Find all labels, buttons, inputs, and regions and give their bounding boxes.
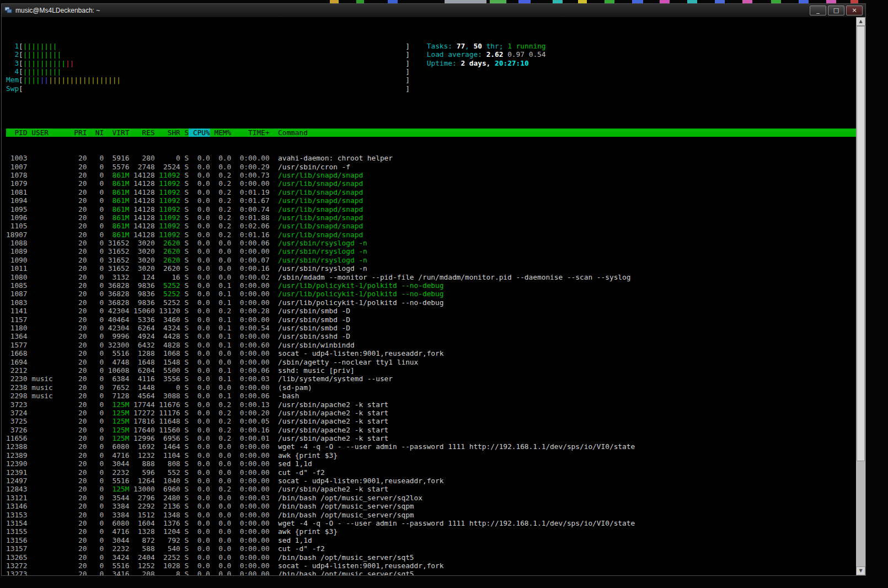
column-header-virt[interactable]: VIRT — [104, 129, 129, 137]
column-header-shr[interactable]: SHR — [155, 129, 180, 137]
desktop: music@Ms4LDeckenbach: ~ _ □ × 1[||||||||… — [0, 0, 888, 588]
process-row-12497[interactable]: 12497200551612641040S0.00.00:00.00socat … — [6, 477, 856, 485]
column-header-time[interactable]: TIME+ — [231, 129, 269, 137]
htop-header-area: 1[||||||||]2[|||||||||]3[||||||||||||]4[… — [6, 42, 856, 93]
meters: 1[||||||||]2[|||||||||]3[||||||||||||]4[… — [6, 42, 410, 93]
process-row-1694[interactable]: 1694200474816481548S0.00.00:00.00/sbin/a… — [6, 358, 856, 366]
column-header-pri[interactable]: PRI — [70, 129, 87, 137]
process-row-1081[interactable]: 1081200861M1412811092S0.00.20:01.19/usr/… — [6, 188, 856, 196]
scrollbar-up-icon[interactable]: ▲ — [856, 17, 865, 26]
process-row-1668[interactable]: 1668200551612881068S0.00.00:00.00socat -… — [6, 349, 856, 357]
uptime: Uptime: 2 days, 20:27:10 — [427, 59, 546, 67]
process-row-1141[interactable]: 1141200423041506013120S0.00.20:00.28/usr… — [6, 307, 856, 315]
process-row-13153[interactable]: 13153200338415121348S0.00.00:00.00/bin/b… — [6, 511, 856, 519]
process-row-1180[interactable]: 11802004230462644324S0.00.10:00.54/usr/s… — [6, 324, 856, 332]
process-row-2230[interactable]: 2230music200638441163556S0.00.10:00.03/l… — [6, 375, 856, 383]
process-row-1089[interactable]: 10892003165230202620S0.00.00:00.00/usr/s… — [6, 247, 856, 255]
process-row-12388[interactable]: 12388200608016921464S0.00.00:00.00wget -… — [6, 442, 856, 451]
process-row-13121[interactable]: 13121200354427962480S0.00.00:00.03/bin/b… — [6, 494, 856, 502]
process-row-3724[interactable]: 3724200125M1727211176S0.00.20:00.20/usr/… — [6, 409, 856, 417]
process-row-12391[interactable]: 123912002232596552S0.00.00:00.00cut -d" … — [6, 468, 856, 477]
cpu-meter-3: 3[||||||||||||] — [6, 59, 410, 67]
column-header-ni[interactable]: NI — [87, 129, 104, 137]
close-button[interactable]: × — [846, 6, 863, 15]
process-row-1094[interactable]: 1094200861M1412811092S0.00.20:01.67/usr/… — [6, 196, 856, 205]
process-table-body: 100320059162800S0.00.00:00.00avahi-daemo… — [6, 154, 856, 575]
process-row-1088[interactable]: 10882003165230202620S0.00.00:00.06/usr/s… — [6, 239, 856, 247]
process-row-13273[interactable]: 1327320034162088S0.00.00:00.00/bin/bash … — [6, 570, 856, 575]
process-row-2238[interactable]: 2238music200765214480S0.00.00:00.00(sd-p… — [6, 383, 856, 392]
column-header-pid[interactable]: PID — [6, 129, 28, 137]
process-row-13272[interactable]: 13272200551612521028S0.00.00:00.00socat … — [6, 562, 856, 570]
swp-meter: Swp[] — [6, 84, 410, 93]
process-row-2212[interactable]: 22122001060862045500S0.00.10:00.06sshd: … — [6, 366, 856, 375]
process-row-1078[interactable]: 1078200861M1412811092S0.00.20:00.73/usr/… — [6, 171, 856, 179]
scrollbar-thumb[interactable] — [857, 26, 865, 461]
process-row-1079[interactable]: 1079200861M1412811092S0.00.20:00.00/usr/… — [6, 179, 856, 188]
putty-icon — [4, 7, 12, 14]
column-header-cpu[interactable]: CPU% — [189, 129, 210, 137]
process-row-1096[interactable]: 1096200861M1412811092S0.00.20:01.88/usr/… — [6, 213, 856, 222]
column-header-user[interactable]: USER — [28, 129, 70, 137]
process-row-1011[interactable]: 10112003165230202620S0.00.00:00.16/usr/s… — [6, 264, 856, 272]
mem-meter: Mem[|||||||||||||||||||||||] — [6, 76, 410, 84]
process-row-13156[interactable]: 131562003044872792S0.00.00:00.00sed 1,1d — [6, 536, 856, 544]
process-row-1083[interactable]: 10832003682898365252S0.00.10:00.00/usr/l… — [6, 298, 856, 307]
load-average: Load average: 2.62 0.97 0.54 — [427, 50, 546, 58]
process-row-1087[interactable]: 10872003682898365252S0.00.10:00.00/usr/l… — [6, 290, 856, 298]
process-row-13157[interactable]: 131572002232588540S0.00.00:00.00cut -d" … — [6, 544, 856, 553]
summary: Tasks: 77, 50 thr; 1 runningLoad average… — [427, 42, 546, 93]
process-row-1577[interactable]: 15772003230064324828S0.00.10:00.60/usr/s… — [6, 341, 856, 349]
window-title: music@Ms4LDeckenbach: ~ — [15, 7, 808, 14]
process-row-1003[interactable]: 100320059162800S0.00.00:00.00avahi-daemo… — [6, 154, 856, 162]
process-row-1080[interactable]: 1080200313212416S0.00.00:00.02/sbin/mdad… — [6, 273, 856, 281]
process-row-1007[interactable]: 1007200557627482524S0.00.00:00.29/usr/sb… — [6, 163, 856, 171]
titlebar[interactable]: music@Ms4LDeckenbach: ~ _ □ × — [2, 4, 865, 17]
scrollbar-down-icon[interactable]: ▼ — [856, 566, 865, 575]
process-row-1105[interactable]: 1105200861M1412811092S0.00.20:02.06/usr/… — [6, 222, 856, 230]
column-header-s[interactable]: S — [180, 129, 189, 137]
process-row-12390[interactable]: 123902003044888808S0.00.00:00.00sed 1,1d — [6, 459, 856, 468]
process-row-12843[interactable]: 12843200125M130006960S0.00.20:00.00/usr/… — [6, 485, 856, 493]
process-row-18907[interactable]: 18907200861M1412811092S0.00.20:01.16/usr… — [6, 231, 856, 239]
process-row-13155[interactable]: 13155200471613281204S0.00.00:00.00awk {p… — [6, 527, 856, 536]
tasks-summary: Tasks: 77, 50 thr; 1 running — [427, 42, 546, 50]
maximize-button[interactable]: □ — [828, 6, 844, 15]
column-header-res[interactable]: RES — [129, 129, 154, 137]
process-row-3726[interactable]: 3726200125M1764011560S0.00.20:00.16/usr/… — [6, 426, 856, 434]
cpu-meter-1: 1[||||||||] — [6, 42, 410, 50]
process-row-12389[interactable]: 12389200471612321104S0.00.00:00.00awk {p… — [6, 451, 856, 459]
cpu-meter-4: 4[|||||||||] — [6, 67, 410, 76]
column-header-cmd[interactable]: Command — [270, 129, 856, 137]
process-row-11656[interactable]: 11656200125M129966956S0.00.20:00.01/usr/… — [6, 434, 856, 442]
process-row-1095[interactable]: 1095200861M1412811092S0.00.20:00.74/usr/… — [6, 205, 856, 213]
process-row-2298[interactable]: 2298music200712845643088S0.00.10:00.06-b… — [6, 392, 856, 400]
process-row-13154[interactable]: 13154200608016041376S0.00.00:00.00wget -… — [6, 519, 856, 527]
terminal[interactable]: 1[||||||||]2[|||||||||]3[||||||||||||]4[… — [2, 17, 856, 575]
process-row-13146[interactable]: 13146200338422922136S0.00.00:00.00/bin/b… — [6, 502, 856, 510]
process-table-header[interactable]: PIDUSERPRINIVIRTRESSHRSCPU%MEM%TIME+Comm… — [6, 129, 856, 137]
process-row-1090[interactable]: 10902003165230202620S0.00.00:00.07/usr/s… — [6, 256, 856, 264]
minimize-button[interactable]: _ — [810, 6, 826, 15]
cpu-meter-2: 2[|||||||||] — [6, 50, 410, 58]
process-row-3723[interactable]: 3723200125M1774411676S0.00.20:00.13/usr/… — [6, 400, 856, 409]
process-row-13265[interactable]: 13265200342424042252S0.00.00:00.00/bin/b… — [6, 553, 856, 562]
column-header-mem[interactable]: MEM% — [210, 129, 232, 137]
process-row-1157[interactable]: 11572004046453363460S0.00.10:00.00/usr/s… — [6, 316, 856, 324]
process-row-1085[interactable]: 10852003682898365252S0.00.10:00.00/usr/l… — [6, 281, 856, 290]
putty-window: music@Ms4LDeckenbach: ~ _ □ × 1[||||||||… — [1, 3, 866, 576]
scrollbar[interactable]: ▲ ▼ — [856, 17, 865, 575]
process-row-1364[interactable]: 1364200999649244428S0.00.10:00.00/usr/sb… — [6, 332, 856, 340]
process-row-3725[interactable]: 3725200125M1781611648S0.00.20:00.05/usr/… — [6, 417, 856, 425]
